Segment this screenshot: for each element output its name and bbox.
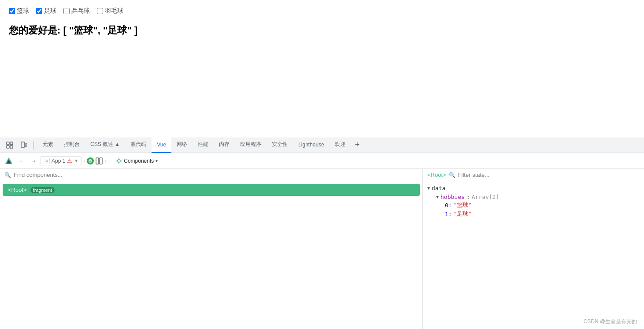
tab-css-overview-label: CSS 概述 ▲ <box>90 141 120 148</box>
hobby-0-index: 0: <box>445 202 452 209</box>
tab-css-overview[interactable]: CSS 概述 ▲ <box>85 137 125 153</box>
tab-elements-label: 元素 <box>43 141 53 148</box>
tab-sources-label: 源代码 <box>130 141 146 148</box>
hobby-0-row: 0: "篮球" <box>427 201 640 209</box>
back-button[interactable]: ← <box>16 156 26 166</box>
breadcrumb-chevron: ▼ <box>74 158 78 163</box>
checkbox-basketball-input[interactable] <box>9 8 15 14</box>
tab-performance-label: 性能 <box>198 141 208 148</box>
breadcrumb-app1[interactable]: A App 1 ⚠ ▼ <box>41 156 81 165</box>
breadcrumb-app-icon: A <box>44 158 50 164</box>
vue-tab-components-label: Components <box>124 158 154 164</box>
svg-point-12 <box>118 160 120 162</box>
checkbox-pingpong-input[interactable] <box>63 8 70 14</box>
root-component-row[interactable]: <Root> fragment <box>3 184 420 196</box>
vue-breadcrumb: A App 1 ⚠ ▼ › <box>41 156 85 165</box>
tab-elements[interactable]: 元素 <box>37 137 59 153</box>
vue-toolbar-separator: › <box>104 158 106 164</box>
search-icon: 🔍 <box>4 172 11 178</box>
tab-lighthouse[interactable]: Lighthouse <box>293 137 329 153</box>
vue-tab-components[interactable]: Components ▾ <box>111 156 162 166</box>
vue-active-page-icon[interactable] <box>87 157 94 164</box>
tab-welcome[interactable]: 欢迎 <box>329 137 351 153</box>
breadcrumb-app1-label: App 1 <box>52 158 65 164</box>
data-triangle-icon: ▼ <box>427 186 430 191</box>
device-toggle-button[interactable] <box>18 139 30 151</box>
page-icon <box>88 159 93 163</box>
devtools-tabs: 元素 控制台 CSS 概述 ▲ 源代码 Vue 网络 性能 内存 <box>37 137 640 153</box>
tab-vue[interactable]: Vue <box>152 137 171 153</box>
inspect-button[interactable] <box>4 139 16 151</box>
state-tree: ▼ data ▼ hobbies : Array[2] 0: "篮球" 1: <box>423 181 644 329</box>
vue-logo <box>4 156 14 166</box>
tab-memory[interactable]: 内存 <box>214 137 235 153</box>
hobby-1-index: 1: <box>445 211 452 217</box>
components-tab-chevron: ▾ <box>155 158 158 163</box>
hobbies-triangle-icon: ▼ <box>436 194 439 199</box>
tab-network-label: 网络 <box>177 141 187 148</box>
vue-page-icons: › <box>87 157 106 165</box>
state-root-label: <Root> <box>427 172 446 178</box>
find-components-input[interactable] <box>14 172 418 178</box>
state-data-label: data <box>432 185 445 191</box>
tab-performance[interactable]: 性能 <box>192 137 214 153</box>
hobby-result: 您的爱好是: [ "篮球", "足球" ] <box>9 24 635 37</box>
tab-security[interactable]: 安全性 <box>266 137 293 153</box>
tab-application[interactable]: 应用程序 <box>235 137 266 153</box>
components-icon <box>116 158 122 164</box>
checkbox-soccer[interactable]: 足球 <box>36 7 56 15</box>
svg-rect-9 <box>96 158 99 164</box>
devtools-content: 🔍 <Root> fragment <Root> 🔍 ▼ <box>0 169 644 329</box>
state-data-section: ▼ data ▼ hobbies : Array[2] 0: "篮球" 1: <box>427 185 640 218</box>
checkbox-badminton-input[interactable] <box>97 8 103 14</box>
state-search-icon: 🔍 <box>449 172 455 178</box>
hobbies-colon: : <box>466 194 470 200</box>
component-tree: <Root> fragment <box>0 181 422 329</box>
footer-text: CSDN @生命是有光的 <box>583 318 637 325</box>
tab-sources[interactable]: 源代码 <box>125 137 152 153</box>
vue-toolbar: ← → A App 1 ⚠ ▼ › <box>0 153 644 169</box>
tab-lighthouse-label: Lighthouse <box>298 142 324 148</box>
tab-application-label: 应用程序 <box>240 141 261 148</box>
inspect-icon <box>6 142 13 149</box>
tab-network[interactable]: 网络 <box>171 137 192 153</box>
vue-logo-icon <box>4 157 13 165</box>
hobbies-row: ▼ hobbies : Array[2] <box>427 193 640 201</box>
state-inspector-panel: <Root> 🔍 ▼ data ▼ hobbies : Array[2] <box>423 169 644 329</box>
checkbox-basketball[interactable]: 篮球 <box>9 7 29 15</box>
devtools-panel: 元素 控制台 CSS 概述 ▲ 源代码 Vue 网络 性能 内存 <box>0 137 644 329</box>
hobbies-key: hobbies <box>440 194 465 200</box>
find-components-bar: 🔍 <box>0 169 422 181</box>
tab-welcome-label: 欢迎 <box>335 141 345 148</box>
checkboxes-row: 篮球 足球 乒乓球 羽毛球 <box>9 7 635 15</box>
svg-rect-4 <box>21 142 25 147</box>
component-tree-panel: 🔍 <Root> fragment <box>0 169 423 329</box>
toolbar-separator <box>33 141 34 150</box>
checkbox-soccer-input[interactable] <box>36 8 42 14</box>
hobby-1-value: "足球" <box>454 210 472 218</box>
tab-console[interactable]: 控制台 <box>59 137 85 153</box>
checkbox-basketball-label: 篮球 <box>17 7 29 15</box>
svg-rect-10 <box>100 158 102 164</box>
filter-state-input[interactable] <box>458 172 640 178</box>
svg-rect-5 <box>26 143 27 147</box>
devtools-toolbar: 元素 控制台 CSS 概述 ▲ 源代码 Vue 网络 性能 内存 <box>0 137 644 153</box>
add-tab-button[interactable]: + <box>351 137 364 153</box>
content-area: 篮球 足球 乒乓球 羽毛球 您的爱好是: [ "篮球", "足球" ] <box>0 0 644 137</box>
checkbox-pingpong[interactable]: 乒乓球 <box>63 7 90 15</box>
svg-rect-1 <box>10 142 13 145</box>
device-icon <box>20 142 27 149</box>
breadcrumb-warning-icon: ⚠ <box>67 157 72 164</box>
svg-rect-3 <box>10 146 13 148</box>
vue-page-layout-icon[interactable] <box>95 157 104 165</box>
hobby-1-row: 1: "足球" <box>427 209 640 218</box>
checkbox-badminton[interactable]: 羽毛球 <box>97 7 123 15</box>
svg-rect-0 <box>7 142 9 145</box>
root-component-tag: <Root> <box>8 187 27 193</box>
state-data-header[interactable]: ▼ data <box>427 185 640 191</box>
svg-rect-2 <box>7 146 9 148</box>
state-header: <Root> 🔍 <box>423 169 644 181</box>
tab-console-label: 控制台 <box>64 141 80 148</box>
fragment-badge: fragment <box>30 187 55 193</box>
forward-button[interactable]: → <box>28 156 39 166</box>
